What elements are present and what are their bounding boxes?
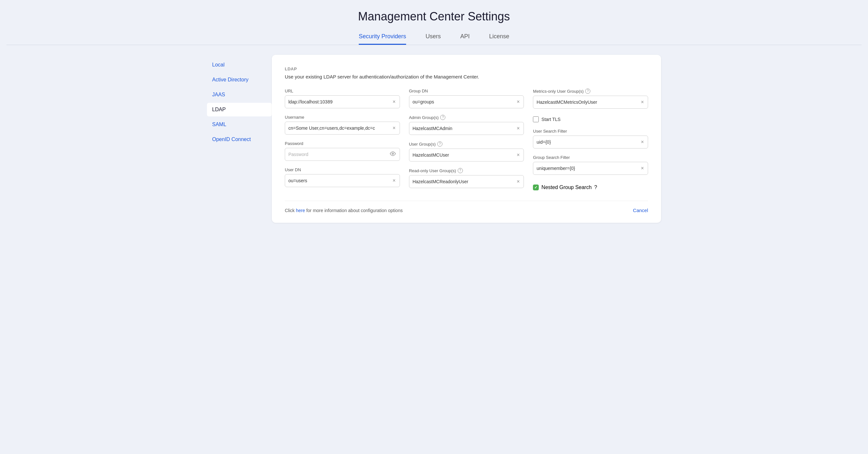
group-dn-clear-button[interactable]: × bbox=[516, 99, 520, 104]
user-search-filter-input-wrapper: × bbox=[533, 135, 648, 149]
form-group-password: Password bbox=[285, 141, 400, 161]
sidebar: Local Active Directory JAAS LDAP SAML Op… bbox=[207, 55, 272, 223]
start-tls-label: Start TLS bbox=[541, 117, 560, 122]
user-groups-info-icon[interactable]: ? bbox=[437, 141, 442, 147]
user-dn-input[interactable] bbox=[288, 178, 392, 183]
admin-groups-input[interactable] bbox=[412, 126, 516, 131]
user-groups-input[interactable] bbox=[412, 153, 516, 158]
form-group-user-search-filter: User Search Filter × bbox=[533, 129, 648, 149]
group-search-filter-input[interactable] bbox=[536, 166, 640, 171]
start-tls-checkbox[interactable] bbox=[533, 117, 539, 122]
cancel-button[interactable]: Cancel bbox=[633, 207, 648, 213]
url-clear-button[interactable]: × bbox=[392, 99, 396, 104]
metrics-only-user-groups-clear-button[interactable]: × bbox=[640, 100, 645, 105]
metrics-only-user-groups-input-wrapper: × bbox=[533, 96, 648, 109]
user-groups-input-wrapper: × bbox=[409, 149, 524, 162]
url-label: URL bbox=[285, 89, 400, 93]
nested-group-search-row: Nested Group Search ? bbox=[533, 185, 648, 190]
card-label: LDAP bbox=[285, 66, 648, 71]
group-dn-label: Group DN bbox=[409, 89, 524, 93]
readonly-user-groups-input-wrapper: × bbox=[409, 175, 524, 188]
form-group-group-dn: Group DN × bbox=[409, 89, 524, 108]
group-dn-input-wrapper: × bbox=[409, 95, 524, 108]
card-footer: Click here for more information about co… bbox=[285, 201, 648, 213]
url-input[interactable] bbox=[288, 99, 392, 104]
content-card: LDAP Use your existing LDAP server for a… bbox=[272, 55, 661, 223]
url-input-wrapper: × bbox=[285, 95, 400, 108]
sidebar-item-openid-connect[interactable]: OpenID Connect bbox=[207, 133, 272, 146]
tab-api[interactable]: API bbox=[460, 33, 470, 45]
metrics-only-user-groups-input[interactable] bbox=[536, 100, 640, 105]
group-dn-input[interactable] bbox=[412, 99, 516, 104]
tab-license[interactable]: License bbox=[489, 33, 509, 45]
user-search-filter-label: User Search Filter bbox=[533, 129, 648, 134]
card-description: Use your existing LDAP server for authen… bbox=[285, 74, 648, 79]
readonly-user-groups-info-icon[interactable]: ? bbox=[458, 168, 463, 173]
form-grid: URL × Username × Password bbox=[285, 89, 648, 190]
nested-group-search-label: Nested Group Search bbox=[541, 185, 592, 190]
password-label: Password bbox=[285, 141, 400, 146]
start-tls-row: Start TLS bbox=[533, 117, 648, 122]
page-title: Management Center Settings bbox=[6, 10, 862, 23]
password-input[interactable] bbox=[288, 152, 389, 157]
readonly-user-groups-label: Read-only User Group(s) ? bbox=[409, 168, 524, 173]
readonly-user-groups-clear-button[interactable]: × bbox=[516, 179, 520, 184]
group-search-filter-input-wrapper: × bbox=[533, 162, 648, 175]
sidebar-item-local[interactable]: Local bbox=[207, 58, 272, 72]
username-clear-button[interactable]: × bbox=[392, 126, 396, 131]
user-dn-clear-button[interactable]: × bbox=[392, 178, 396, 183]
username-input-wrapper: × bbox=[285, 122, 400, 135]
username-input[interactable] bbox=[288, 126, 392, 131]
main-layout: Local Active Directory JAAS LDAP SAML Op… bbox=[207, 55, 661, 223]
metrics-only-user-groups-info-icon[interactable]: ? bbox=[585, 89, 590, 94]
admin-groups-input-wrapper: × bbox=[409, 122, 524, 135]
footer-text: Click here for more information about co… bbox=[285, 208, 403, 213]
footer-text-after-link: for more information about configuration… bbox=[305, 208, 403, 213]
form-group-url: URL × bbox=[285, 89, 400, 108]
group-search-filter-label: Group Search Filter bbox=[533, 155, 648, 160]
form-group-user-groups: User Group(s) ? × bbox=[409, 141, 524, 162]
readonly-user-groups-input[interactable] bbox=[412, 179, 516, 184]
password-input-wrapper bbox=[285, 148, 400, 161]
sidebar-item-active-directory[interactable]: Active Directory bbox=[207, 73, 272, 87]
tab-security-providers[interactable]: Security Providers bbox=[359, 33, 406, 45]
form-group-group-search-filter: Group Search Filter × bbox=[533, 155, 648, 175]
nested-group-search-checkbox[interactable] bbox=[533, 185, 539, 190]
metrics-only-user-groups-label: Metrics-only User Group(s) ? bbox=[533, 89, 648, 94]
user-groups-clear-button[interactable]: × bbox=[516, 153, 520, 158]
password-toggle-visibility-button[interactable] bbox=[389, 151, 396, 158]
tab-users[interactable]: Users bbox=[426, 33, 441, 45]
form-group-admin-groups: Admin Group(s) ? × bbox=[409, 115, 524, 135]
sidebar-item-ldap[interactable]: LDAP bbox=[207, 103, 272, 117]
group-search-filter-clear-button[interactable]: × bbox=[640, 166, 645, 171]
footer-text-before-link: Click bbox=[285, 208, 296, 213]
admin-groups-info-icon[interactable]: ? bbox=[440, 115, 445, 120]
form-group-start-tls: Start TLS bbox=[533, 115, 648, 122]
form-group-user-dn: User DN × bbox=[285, 167, 400, 187]
user-search-filter-clear-button[interactable]: × bbox=[640, 139, 645, 144]
user-search-filter-input[interactable] bbox=[536, 139, 640, 144]
admin-groups-label: Admin Group(s) ? bbox=[409, 115, 524, 120]
sidebar-item-saml[interactable]: SAML bbox=[207, 118, 272, 131]
form-group-readonly-user-groups: Read-only User Group(s) ? × bbox=[409, 168, 524, 188]
tabs-bar: Security Providers Users API License bbox=[6, 33, 862, 45]
sidebar-item-jaas[interactable]: JAAS bbox=[207, 88, 272, 101]
nested-group-search-info-icon[interactable]: ? bbox=[594, 185, 597, 190]
form-group-metrics-only-user-groups: Metrics-only User Group(s) ? × bbox=[533, 89, 648, 109]
user-groups-label: User Group(s) ? bbox=[409, 141, 524, 147]
username-label: Username bbox=[285, 115, 400, 120]
user-dn-input-wrapper: × bbox=[285, 174, 400, 187]
footer-here-link[interactable]: here bbox=[296, 208, 305, 213]
admin-groups-clear-button[interactable]: × bbox=[516, 126, 520, 131]
user-dn-label: User DN bbox=[285, 167, 400, 172]
svg-point-0 bbox=[392, 153, 394, 155]
form-group-username: Username × bbox=[285, 115, 400, 135]
